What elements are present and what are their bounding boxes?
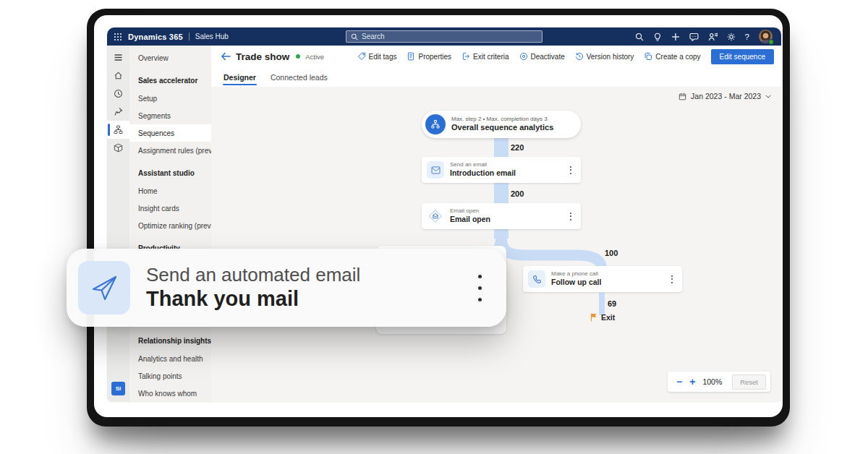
analytics-title: Overall sequence analytics — [451, 123, 553, 133]
deactivate-icon — [519, 52, 528, 61]
tab-designer[interactable]: Designer — [223, 69, 257, 87]
metric-after-email: 200 — [511, 189, 524, 198]
zoom-out-button[interactable]: − — [676, 377, 682, 387]
more-options-icon[interactable] — [567, 163, 574, 177]
top-nav-bar: Dynamics 365 Sales Hub Search — [107, 27, 781, 46]
global-search-input[interactable]: Search — [346, 30, 542, 43]
deactivate-command[interactable]: Deactivate — [519, 52, 565, 61]
edit-sequence-button[interactable]: Edit sequence — [711, 49, 774, 64]
more-options-icon[interactable] — [668, 273, 676, 286]
content-area: Trade show Active Edit tags — [211, 46, 781, 402]
pinned-pin-icon[interactable] — [107, 103, 129, 121]
lightbulb-icon[interactable] — [653, 33, 662, 41]
sidebar-item-segments[interactable]: Segments — [129, 107, 211, 124]
step-title: Thank you mail — [146, 286, 360, 312]
zoom-control: − + 100% Reset — [668, 372, 770, 392]
sidebar-item-setup[interactable]: Setup — [129, 90, 211, 107]
cube-icon[interactable] — [107, 139, 129, 157]
feedback-chat-icon[interactable] — [689, 33, 699, 41]
back-arrow-icon[interactable] — [221, 52, 231, 61]
search-icon — [351, 33, 358, 40]
sidebar-item-optimize-ranking[interactable]: Optimize ranking (preview) — [129, 217, 211, 234]
automated-email-step-card[interactable]: Send an automated email Thank you mail — [67, 249, 506, 327]
sidebar-item-who-knows-whom[interactable]: Who knows whom — [129, 385, 211, 402]
zoom-reset-button[interactable]: Reset — [732, 374, 766, 390]
sidebar-item-sequences[interactable]: Sequences — [129, 124, 211, 142]
dynamics-app-window: Dynamics 365 Sales Hub Search — [107, 27, 781, 402]
node-type-label: Make a phone call — [551, 270, 601, 278]
send-paper-plane-icon — [78, 261, 130, 314]
sidebar-header-assistant-studio: Assistant studio — [129, 159, 211, 182]
tab-bar: Designer Connected leads — [211, 67, 781, 87]
exit-marker: Exit — [590, 313, 615, 322]
zoom-in-button[interactable]: + — [689, 377, 695, 387]
more-options-icon[interactable] — [567, 210, 574, 223]
email-open-condition-icon — [427, 207, 444, 225]
sidebar-header-sales-accelerator: Sales accelerator — [129, 67, 211, 90]
sidebar-nav: Overview Sales accelerator Setup Segment… — [129, 46, 211, 402]
node-type-label: Email open — [450, 207, 490, 215]
screen: Dynamics 365 Sales Hub Search — [94, 15, 783, 417]
properties-command[interactable]: Properties — [407, 52, 451, 61]
analytics-subtitle: Max. step 2 • Max. completion days 3 — [451, 116, 553, 123]
brand-title: Dynamics 365 — [128, 33, 183, 41]
sequence-canvas[interactable]: Jan 2023 - Mar 2023 — [211, 87, 781, 402]
exit-door-icon — [461, 52, 470, 61]
email-open-node[interactable]: Email open Email open — [422, 203, 581, 229]
brand-divider — [189, 33, 190, 40]
status-badge: Active — [305, 53, 324, 61]
sequence-analytics-icon — [425, 114, 446, 134]
phone-icon — [528, 270, 545, 288]
hamburger-menu-icon[interactable] — [107, 48, 129, 67]
status-dot — [296, 54, 300, 59]
document-icon — [407, 52, 415, 61]
area-switcher-badge[interactable]: SI — [111, 382, 125, 395]
overall-analytics-node[interactable]: Max. step 2 • Max. completion days 3 Ove… — [422, 111, 581, 138]
page-title: Trade show — [236, 51, 289, 62]
nav-rail: SI — [107, 46, 129, 402]
edit-tags-command[interactable]: Edit tags — [357, 52, 397, 61]
help-icon[interactable]: ? — [745, 33, 749, 41]
step-type-label: Send an automated email — [146, 265, 360, 286]
sidebar-item-insight-cards[interactable]: Insight cards — [129, 200, 211, 217]
zoom-level: 100% — [702, 377, 722, 386]
app-name: Sales Hub — [195, 33, 229, 40]
search-icon[interactable] — [635, 33, 644, 41]
tag-icon — [357, 52, 366, 61]
search-placeholder: Search — [362, 33, 385, 40]
tab-connected-leads[interactable]: Connected leads — [270, 69, 328, 87]
sidebar-item-talking-points[interactable]: Talking points — [129, 367, 211, 385]
version-history-command[interactable]: Version history — [575, 52, 634, 61]
create-copy-command[interactable]: Create a copy — [644, 52, 700, 61]
presence-indicator — [768, 39, 774, 45]
page-header: Trade show Active Edit tags — [211, 46, 781, 67]
metric-after-call: 69 — [608, 299, 616, 308]
user-avatar[interactable] — [759, 30, 773, 43]
sidebar-item-overview[interactable]: Overview — [129, 49, 211, 67]
sales-accelerator-icon[interactable] — [107, 121, 129, 139]
waffle-menu-icon[interactable] — [114, 33, 122, 41]
home-icon[interactable] — [107, 67, 129, 85]
more-options-icon[interactable] — [474, 270, 486, 306]
send-email-node[interactable]: Send an email Introduction email — [422, 157, 581, 183]
exit-flag-icon — [590, 313, 597, 322]
phone-call-node[interactable]: Make a phone call Follow up call — [523, 266, 682, 292]
sidebar-item-analytics-and-health[interactable]: Analytics and health — [129, 350, 211, 367]
history-icon — [575, 52, 584, 61]
copy-icon — [644, 52, 652, 61]
device-frame: Dynamics 365 Sales Hub Search — [87, 9, 790, 427]
assistant-people-icon[interactable] — [708, 33, 718, 41]
gear-icon[interactable] — [727, 33, 736, 41]
topbar-actions: ? — [635, 30, 773, 43]
exit-label: Exit — [601, 313, 615, 322]
metric-branch-right: 100 — [605, 249, 618, 257]
sidebar-item-home[interactable]: Home — [129, 182, 211, 200]
main-area: SI Overview Sales accelerator Setup Segm… — [107, 46, 781, 402]
recent-clock-icon[interactable] — [107, 85, 129, 103]
sidebar-item-assignment-rules[interactable]: Assignment rules (preview) — [129, 142, 211, 159]
exit-criteria-command[interactable]: Exit criteria — [461, 52, 509, 61]
plus-icon[interactable] — [671, 33, 680, 41]
metric-after-analytics: 220 — [511, 143, 524, 152]
node-title: Follow up call — [551, 278, 601, 288]
sidebar-header-relationship-insights: Relationship insights — [129, 327, 211, 350]
